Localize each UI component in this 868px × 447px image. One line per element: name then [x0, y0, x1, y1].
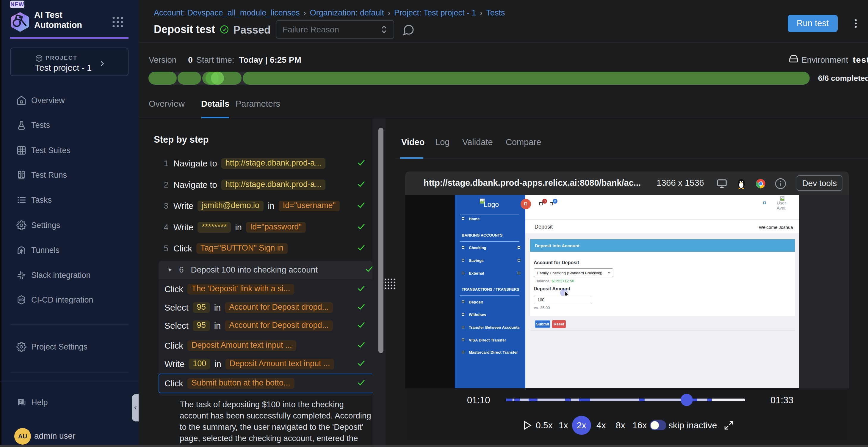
- svg-text:?: ?: [19, 399, 22, 404]
